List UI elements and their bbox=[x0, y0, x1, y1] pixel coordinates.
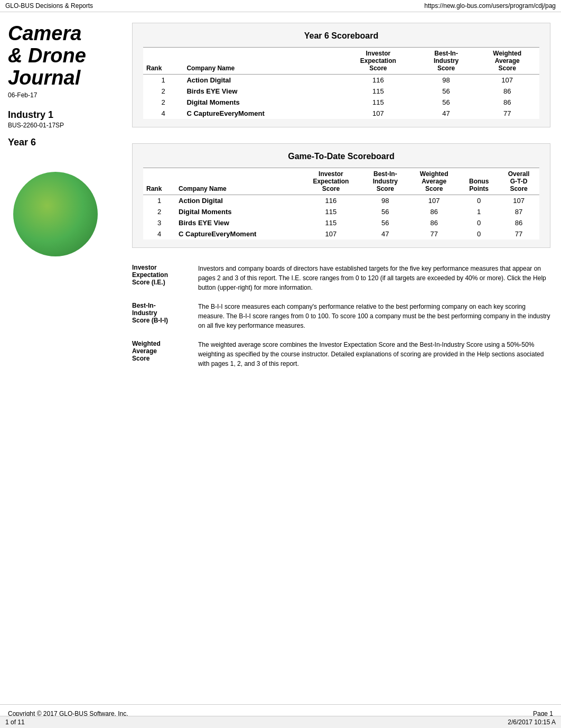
table-row: 4 C CaptureEveryMoment 107 47 77 bbox=[143, 108, 539, 119]
best-in-score-cell: 98 bbox=[362, 195, 409, 207]
company-name-cell: Birds EYE View bbox=[175, 217, 300, 228]
company-name-cell: Action Digital bbox=[175, 195, 300, 207]
investor-score-cell: 107 bbox=[339, 108, 417, 119]
weighted-score-cell: 86 bbox=[475, 86, 539, 97]
timestamp: 2/6/2017 10:15 A bbox=[508, 718, 556, 726]
best-in-score-cell: 98 bbox=[417, 75, 475, 86]
app-title: GLO-BUS Decisions & Reports bbox=[5, 2, 93, 10]
rank-cell: 2 bbox=[143, 86, 183, 97]
desc-investor: InvestorExpectationScore (I.E.) Investor… bbox=[132, 264, 550, 292]
rank-cell: 4 bbox=[143, 228, 175, 239]
col-rank-year6: Rank bbox=[143, 48, 183, 75]
logo-line3: Journal bbox=[8, 67, 114, 89]
col-rank-gtd: Rank bbox=[143, 168, 175, 195]
table-row: 2 Digital Moments 115 56 86 bbox=[143, 97, 539, 108]
col-weighted-year6: WeightedAverageScore bbox=[475, 48, 539, 75]
rank-cell: 4 bbox=[143, 108, 183, 119]
bonus-points-cell: 0 bbox=[460, 228, 498, 239]
desc-best-in-industry: Best-In-IndustryScore (B-I-I) The B-I-I … bbox=[132, 302, 550, 330]
weighted-score-cell: 86 bbox=[408, 206, 460, 217]
best-in-score-cell: 47 bbox=[362, 228, 409, 239]
desc-bii-def: The B-I-I score measures each company's … bbox=[198, 302, 550, 330]
bus-code: BUS-2260-01-17SP bbox=[8, 122, 114, 129]
table-row: 1 Action Digital 116 98 107 0 107 bbox=[143, 195, 539, 207]
weighted-score-cell: 86 bbox=[475, 97, 539, 108]
table-row: 1 Action Digital 116 98 107 bbox=[143, 75, 539, 86]
col-overall-gtd: OverallG-T-DScore bbox=[498, 168, 539, 195]
table-row: 2 Digital Moments 115 56 86 1 87 bbox=[143, 206, 539, 217]
bonus-points-cell: 0 bbox=[460, 195, 498, 207]
content-area: Year 6 Scoreboard Rank Company Name Inve… bbox=[121, 17, 561, 374]
company-name-cell: Digital Moments bbox=[183, 97, 339, 108]
desc-investor-term: InvestorExpectationScore (I.E.) bbox=[132, 264, 190, 292]
gtd-scoreboard-panel: Game-To-Date Scoreboard Rank Company Nam… bbox=[132, 143, 550, 248]
best-in-score-cell: 47 bbox=[417, 108, 475, 119]
investor-score-cell: 115 bbox=[300, 217, 362, 228]
company-name-cell: Birds EYE View bbox=[183, 86, 339, 97]
best-in-score-cell: 56 bbox=[362, 206, 409, 217]
best-in-score-cell: 56 bbox=[417, 86, 475, 97]
bonus-points-cell: 0 bbox=[460, 217, 498, 228]
year-label: Year 6 bbox=[8, 137, 114, 148]
investor-score-cell: 115 bbox=[339, 97, 417, 108]
logo: Camera & Drone Journal bbox=[8, 23, 114, 89]
logo-line1: Camera bbox=[8, 23, 114, 45]
company-name-cell: Action Digital bbox=[183, 75, 339, 86]
col-company-year6: Company Name bbox=[183, 48, 339, 75]
bonus-points-cell: 1 bbox=[460, 206, 498, 217]
table-row: 3 Birds EYE View 115 56 86 0 86 bbox=[143, 217, 539, 228]
investor-score-cell: 115 bbox=[339, 86, 417, 97]
gtd-table: Rank Company Name InvestorExpectationSco… bbox=[143, 168, 539, 239]
desc-investor-def: Investors and company boards of director… bbox=[198, 264, 550, 292]
page-of-total: 1 of 11 bbox=[5, 718, 25, 726]
overall-score-cell: 77 bbox=[498, 228, 539, 239]
gtd-scoreboard-title: Game-To-Date Scoreboard bbox=[143, 152, 539, 161]
logo-line2: & Drone bbox=[8, 45, 114, 67]
green-circle-decoration bbox=[13, 172, 98, 256]
col-bonus-gtd: BonusPoints bbox=[460, 168, 498, 195]
descriptions-section: InvestorExpectationScore (I.E.) Investor… bbox=[132, 264, 550, 368]
company-name-cell: C CaptureEveryMoment bbox=[183, 108, 339, 119]
rank-cell: 2 bbox=[143, 206, 175, 217]
col-weighted-gtd: WeightedAverageScore bbox=[408, 168, 460, 195]
best-in-score-cell: 56 bbox=[417, 97, 475, 108]
weighted-score-cell: 107 bbox=[408, 195, 460, 207]
overall-score-cell: 86 bbox=[498, 217, 539, 228]
rank-cell: 2 bbox=[143, 97, 183, 108]
date-display: 06-Feb-17 bbox=[8, 91, 114, 99]
best-in-score-cell: 56 bbox=[362, 217, 409, 228]
col-best-gtd: Best-In-IndustryScore bbox=[362, 168, 409, 195]
industry-label: Industry 1 bbox=[8, 109, 114, 121]
col-investor-year6: InvestorExpectationScore bbox=[339, 48, 417, 75]
overall-score-cell: 107 bbox=[498, 195, 539, 207]
year6-scoreboard-panel: Year 6 Scoreboard Rank Company Name Inve… bbox=[132, 23, 550, 127]
desc-weighted-def: The weighted average score combines the … bbox=[198, 340, 550, 368]
weighted-score-cell: 77 bbox=[408, 228, 460, 239]
url-display: https://new.glo-bus.com/users/program/cd… bbox=[424, 2, 556, 10]
company-name-cell: C CaptureEveryMoment bbox=[175, 228, 300, 239]
rank-cell: 1 bbox=[143, 75, 183, 86]
company-name-cell: Digital Moments bbox=[175, 206, 300, 217]
investor-score-cell: 116 bbox=[300, 195, 362, 207]
investor-score-cell: 107 bbox=[300, 228, 362, 239]
col-company-gtd: Company Name bbox=[175, 168, 300, 195]
investor-score-cell: 115 bbox=[300, 206, 362, 217]
desc-weighted-term: WeightedAverageScore bbox=[132, 340, 190, 368]
col-best-year6: Best-In-IndustryScore bbox=[417, 48, 475, 75]
desc-weighted-avg: WeightedAverageScore The weighted averag… bbox=[132, 340, 550, 368]
sidebar: Camera & Drone Journal 06-Feb-17 Industr… bbox=[0, 17, 121, 374]
weighted-score-cell: 107 bbox=[475, 75, 539, 86]
rank-cell: 3 bbox=[143, 217, 175, 228]
rank-cell: 1 bbox=[143, 195, 175, 207]
year6-table: Rank Company Name InvestorExpectationSco… bbox=[143, 47, 539, 119]
year6-scoreboard-title: Year 6 Scoreboard bbox=[143, 31, 539, 41]
table-row: 4 C CaptureEveryMoment 107 47 77 0 77 bbox=[143, 228, 539, 239]
weighted-score-cell: 77 bbox=[475, 108, 539, 119]
table-row: 2 Birds EYE View 115 56 86 bbox=[143, 86, 539, 97]
col-investor-gtd: InvestorExpectationScore bbox=[300, 168, 362, 195]
investor-score-cell: 116 bbox=[339, 75, 417, 86]
pagination-bar: 1 of 11 2/6/2017 10:15 A bbox=[0, 716, 561, 728]
weighted-score-cell: 86 bbox=[408, 217, 460, 228]
desc-bii-term: Best-In-IndustryScore (B-I-I) bbox=[132, 302, 190, 330]
decorative-image bbox=[8, 156, 106, 272]
